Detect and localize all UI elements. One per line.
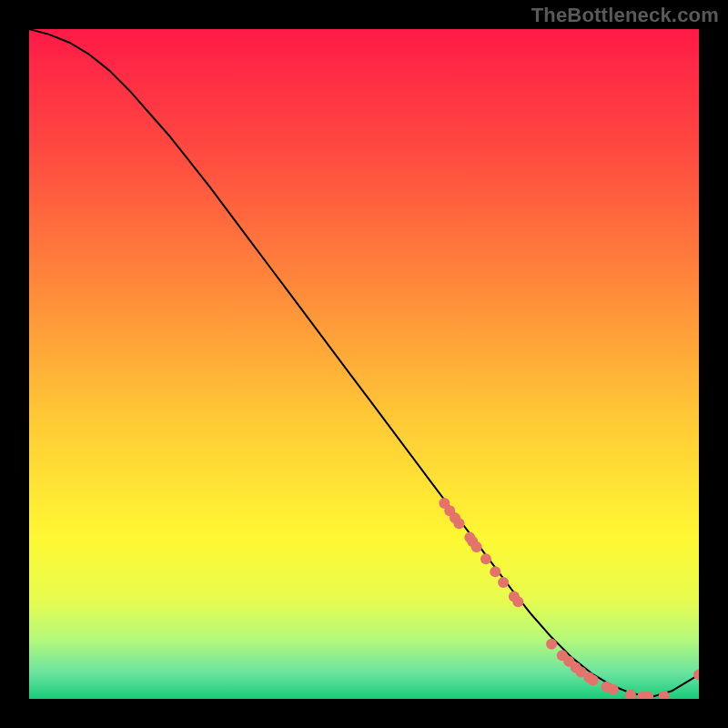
gradient-background — [29, 29, 699, 699]
data-point — [454, 518, 465, 529]
plot-area — [29, 29, 699, 699]
data-point — [490, 566, 500, 577]
data-point — [608, 684, 619, 695]
data-point — [471, 541, 482, 552]
data-point — [588, 674, 599, 685]
chart-svg — [29, 29, 699, 699]
data-point — [546, 639, 557, 650]
chart-frame: TheBottleneck.com — [0, 0, 728, 728]
watermark-text: TheBottleneck.com — [531, 4, 719, 27]
data-point — [512, 596, 523, 607]
data-point — [498, 577, 509, 588]
data-point — [480, 553, 491, 564]
